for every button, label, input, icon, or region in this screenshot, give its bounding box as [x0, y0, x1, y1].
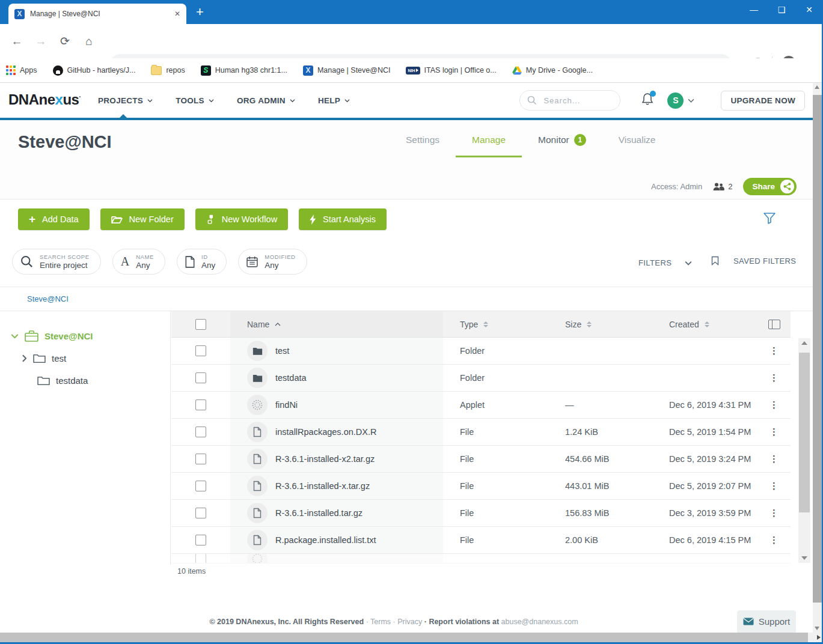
scroll-right-arrow[interactable] [817, 635, 821, 640]
bookmark-itas[interactable]: NIH ITAS login | Office o... [406, 66, 496, 74]
row-name[interactable]: findNi [275, 400, 298, 410]
row-name[interactable]: installRpackages.on.DX.R [275, 427, 376, 437]
row-menu-button[interactable]: ⋮ [769, 399, 779, 410]
new-tab-button[interactable]: + [196, 4, 204, 20]
chevron-right-icon[interactable] [22, 354, 27, 362]
column-header-created[interactable]: Created [653, 320, 757, 329]
row-name[interactable]: R.package.installed.list.txt [275, 535, 376, 545]
tab-close-icon[interactable]: ✕ [174, 10, 180, 18]
table-scrollbar[interactable] [798, 338, 810, 563]
add-data-button[interactable]: +Add Data [18, 208, 90, 230]
nav-projects[interactable]: PROJECTS [98, 96, 153, 105]
abuse-email-link[interactable]: abuse@dnanexus.com [501, 618, 578, 626]
row-name[interactable]: testdata [275, 373, 307, 383]
filter-name[interactable]: A NAMEAny [112, 249, 165, 275]
dnanexus-logo[interactable]: DNAnexus· [8, 91, 81, 108]
scroll-down-arrow[interactable] [801, 556, 807, 560]
table-row[interactable]: findNi Applet — Dec 6, 2019 4:31 PM ⋮ [171, 392, 791, 419]
table-row[interactable]: R-3.6.1-installed-x.tar.gz File 443.01 M… [171, 473, 791, 500]
saved-filters-dropdown[interactable]: SAVED FILTERS [733, 257, 796, 266]
row-menu-button[interactable]: ⋮ [769, 372, 779, 383]
new-workflow-button[interactable]: New Workflow [195, 208, 288, 230]
nav-help[interactable]: HELP [318, 96, 350, 105]
filter-id[interactable]: IDAny [177, 249, 227, 275]
row-checkbox[interactable] [195, 535, 206, 545]
tab-manage[interactable]: Manage [456, 131, 522, 157]
row-checkbox[interactable] [195, 508, 206, 518]
bookmark-repos[interactable]: repos [151, 66, 185, 75]
table-row[interactable]: test Folder ⋮ [171, 338, 791, 365]
share-button[interactable]: Share [743, 178, 797, 195]
tree-item-test[interactable]: test [22, 353, 66, 363]
scroll-up-arrow[interactable] [801, 341, 807, 345]
select-all-checkbox[interactable] [195, 319, 206, 330]
table-row[interactable]: testdata Folder ⋮ [171, 365, 791, 392]
filter-search-scope[interactable]: SEARCH SCOPEEntire project [12, 249, 101, 275]
tab-visualize[interactable]: Visualize [602, 131, 672, 157]
home-button[interactable]: ⌂ [82, 34, 96, 49]
search-input[interactable] [542, 96, 611, 106]
filters-dropdown[interactable]: FILTERS [638, 258, 692, 267]
chevron-down-icon[interactable] [688, 99, 694, 103]
terms-link[interactable]: Terms [370, 618, 391, 626]
filter-modified[interactable]: MODIFIEDAny [238, 249, 307, 275]
bookmark-dnanexus[interactable]: X Manage | Steve@NCI [303, 65, 391, 76]
new-folder-button[interactable]: New Folder [100, 208, 185, 230]
row-name[interactable]: test [275, 346, 289, 356]
bookmark-genome[interactable]: S Human hg38 chr1:1... [201, 65, 287, 76]
scroll-up-arrow[interactable] [815, 85, 819, 89]
row-name[interactable]: R-3.6.1-installed-x2.tar.gz [275, 454, 375, 464]
bookmark-icon[interactable] [711, 256, 719, 266]
tree-root-project[interactable]: Steve@NCI [11, 330, 93, 342]
horizontal-scrollbar[interactable] [0, 633, 823, 642]
forward-button[interactable]: → [34, 34, 48, 49]
column-header-name[interactable]: Name [230, 311, 443, 337]
nav-tools[interactable]: TOOLS [176, 96, 214, 105]
table-row[interactable]: R-3.6.1-installed.tar.gz File 156.83 MiB… [171, 500, 791, 527]
browser-tab[interactable]: X Manage | Steve@NCI ✕ [8, 4, 186, 24]
tab-monitor[interactable]: Monitor1 [522, 131, 602, 157]
scroll-down-arrow[interactable] [815, 627, 819, 630]
row-name[interactable]: R-3.6.1-installed-x.tar.gz [275, 481, 370, 491]
bookmark-github[interactable]: GitHub - hartleys/J... [53, 65, 136, 76]
tab-settings[interactable]: Settings [390, 131, 456, 157]
table-row[interactable]: R-3.6.1-installed-x2.tar.gz File 454.66 … [171, 446, 791, 473]
scrollbar-thumb[interactable] [0, 633, 808, 642]
page-scrollbar[interactable] [813, 83, 822, 633]
row-checkbox[interactable] [195, 454, 206, 464]
scrollbar-thumb[interactable] [799, 353, 810, 512]
row-menu-button[interactable]: ⋮ [769, 481, 779, 491]
members-indicator[interactable]: 2 [713, 182, 732, 191]
global-search[interactable] [519, 90, 620, 111]
row-menu-button[interactable]: ⋮ [769, 427, 779, 437]
support-button[interactable]: Support [737, 610, 796, 633]
nav-org-admin[interactable]: ORG ADMIN [237, 96, 295, 105]
breadcrumb[interactable]: Steve@NCI [27, 294, 69, 303]
user-avatar[interactable]: S [667, 93, 684, 109]
bookmark-apps[interactable]: Apps [6, 65, 37, 75]
start-analysis-button[interactable]: Start Analysis [299, 208, 387, 230]
table-row[interactable]: installRpackages.on.DX.R File 1.24 KiB D… [171, 419, 791, 446]
row-name[interactable]: R-3.6.1-installed.tar.gz [275, 508, 363, 518]
tree-item-testdata[interactable]: testdata [37, 375, 88, 386]
row-checkbox[interactable] [195, 345, 206, 356]
row-checkbox[interactable] [195, 372, 206, 383]
column-header-size[interactable]: Size [548, 320, 653, 329]
row-menu-button[interactable]: ⋮ [769, 454, 779, 464]
notifications-button[interactable] [641, 92, 654, 109]
privacy-link[interactable]: Privacy [397, 618, 422, 626]
row-checkbox[interactable] [195, 399, 206, 410]
filter-funnel-icon[interactable] [763, 211, 776, 225]
reload-button[interactable]: ⟳ [58, 34, 72, 49]
row-menu-button[interactable]: ⋮ [769, 345, 779, 356]
chevron-down-icon[interactable] [11, 333, 19, 339]
upgrade-now-button[interactable]: UPGRADE NOW [721, 91, 805, 111]
scrollbar-thumb[interactable] [813, 95, 822, 603]
row-checkbox[interactable] [195, 481, 206, 491]
tree-root-label[interactable]: Steve@NCI [44, 331, 93, 341]
table-row[interactable]: R.package.installed.list.txt File 2.00 K… [171, 527, 791, 554]
row-checkbox[interactable] [195, 427, 206, 437]
minimize-button[interactable]: — [740, 0, 768, 19]
close-button[interactable]: ✕ [795, 0, 823, 19]
column-header-type[interactable]: Type [443, 320, 548, 329]
